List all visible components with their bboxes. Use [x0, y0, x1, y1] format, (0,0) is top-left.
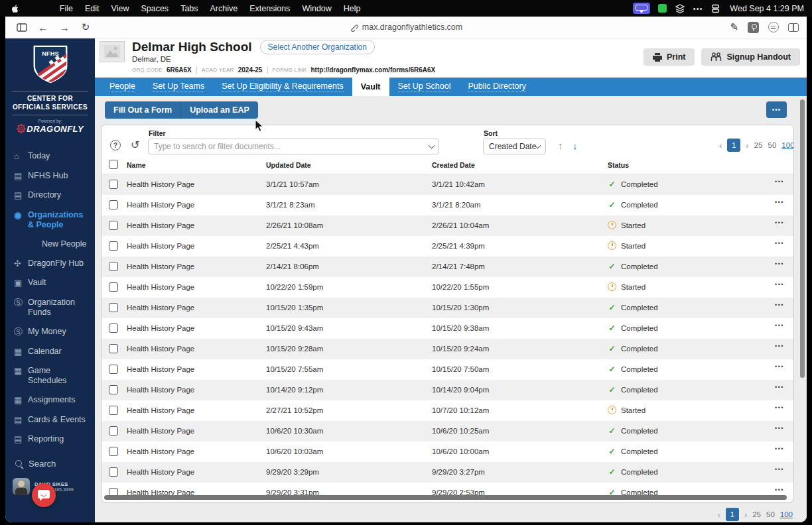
org-tab[interactable]: Vault — [352, 78, 389, 96]
row-checkbox[interactable] — [109, 241, 118, 251]
status-green-icon[interactable] — [658, 4, 667, 13]
menu-help[interactable]: Help — [338, 4, 367, 13]
current-page-button[interactable]: 1 — [726, 508, 739, 521]
table-row[interactable]: Health History Page 9/29/20 3:29pm 9/29/… — [102, 462, 793, 483]
sort-ascending-icon[interactable]: ↑ — [558, 140, 563, 151]
sidebar-item-search[interactable]: Search — [5, 452, 95, 474]
menu-file[interactable]: File — [54, 4, 79, 13]
sidebar-item[interactable]: ▤ Reporting — [5, 430, 95, 449]
sort-select[interactable]: Created Date — [483, 139, 546, 154]
stack-icon[interactable] — [710, 3, 720, 14]
menu-app-name[interactable]: Arc — [28, 0, 54, 251]
menu-edit[interactable]: Edit — [79, 4, 105, 13]
table-row[interactable]: Health History Page 10/6/20 10:03am 10/6… — [102, 441, 793, 462]
page-size-100[interactable]: 100 — [780, 510, 793, 518]
vertical-scrollbar[interactable] — [800, 99, 805, 378]
help-icon[interactable]: ? — [110, 140, 121, 150]
row-menu-icon[interactable]: ••• — [775, 425, 784, 432]
password-manager-icon[interactable] — [748, 22, 759, 33]
chat-widget-button[interactable] — [32, 483, 56, 507]
fill-out-form-button[interactable]: Fill Out a Form — [105, 101, 181, 119]
table-row[interactable]: Health History Page 2/26/21 10:08am 2/26… — [102, 215, 793, 236]
row-checkbox[interactable] — [109, 262, 118, 271]
row-menu-icon[interactable]: ••• — [775, 219, 784, 226]
sidebar-item[interactable]: ✣ DragonFly Hub — [5, 254, 95, 274]
select-all-checkbox[interactable] — [109, 160, 118, 169]
row-checkbox[interactable] — [109, 447, 118, 456]
forward-icon[interactable]: → — [56, 20, 73, 34]
page-size-25[interactable]: 25 — [752, 510, 761, 518]
print-button[interactable]: Print — [643, 48, 695, 66]
row-checkbox[interactable] — [109, 365, 118, 374]
row-menu-icon[interactable]: ••• — [775, 343, 784, 349]
org-tab[interactable]: Set Up School — [389, 78, 460, 96]
table-row[interactable]: Health History Page 2/14/21 8:06pm 2/14/… — [102, 257, 793, 277]
table-row[interactable]: Health History Page 10/15/20 9:43am 10/1… — [102, 318, 793, 339]
org-tab[interactable]: Set Up Eligibility & Requirements — [213, 78, 352, 96]
apple-menu-icon[interactable] — [11, 4, 20, 13]
row-menu-icon[interactable]: ••• — [775, 199, 784, 205]
row-checkbox[interactable] — [109, 467, 118, 477]
row-menu-icon[interactable]: ••• — [775, 445, 784, 452]
row-menu-icon[interactable]: ••• — [775, 363, 784, 370]
row-menu-icon[interactable]: ••• — [775, 178, 784, 185]
row-menu-icon[interactable]: ••• — [775, 466, 784, 473]
sort-descending-icon[interactable]: ↓ — [573, 140, 578, 151]
row-menu-icon[interactable]: ••• — [775, 261, 784, 267]
screen-mirroring-icon[interactable] — [633, 3, 650, 14]
pen-icon[interactable]: ✎ — [730, 21, 738, 33]
table-row[interactable]: Health History Page 2/25/21 4:43pm 2/25/… — [102, 236, 793, 257]
menu-view[interactable]: View — [105, 4, 135, 13]
row-menu-icon[interactable]: ••• — [775, 322, 784, 329]
current-page-button[interactable]: 1 — [727, 139, 740, 152]
row-checkbox[interactable] — [109, 221, 118, 230]
signup-handout-button[interactable]: Signup Handout — [701, 48, 800, 66]
table-row[interactable]: Health History Page 3/1/21 10:57am 3/1/2… — [102, 174, 793, 195]
split-view-icon[interactable] — [788, 23, 799, 32]
menu-bar-clock[interactable]: Wed Sep 4 1:29 PM — [730, 4, 804, 13]
row-checkbox[interactable] — [109, 323, 118, 333]
reload-icon[interactable]: ↻ — [77, 20, 94, 34]
prev-page-icon[interactable]: ‹ — [719, 141, 722, 150]
table-row[interactable]: Health History Page 10/14/20 9:12pm 10/1… — [102, 380, 793, 400]
extension-icon[interactable] — [768, 22, 779, 32]
row-checkbox[interactable] — [109, 426, 118, 436]
row-menu-icon[interactable]: ••• — [775, 240, 784, 247]
table-row[interactable]: Health History Page 10/15/20 9:28am 10/1… — [102, 339, 793, 359]
menu-window[interactable]: Window — [296, 4, 337, 13]
history-icon[interactable]: ↺ — [131, 139, 139, 151]
row-checkbox[interactable] — [109, 385, 118, 394]
row-menu-icon[interactable]: ••• — [775, 404, 784, 411]
row-checkbox[interactable] — [109, 282, 118, 292]
page-size-25[interactable]: 25 — [754, 141, 763, 149]
select-another-organization-button[interactable]: Select Another Organization — [260, 40, 375, 54]
row-menu-icon[interactable]: ••• — [775, 281, 784, 288]
menu-tabs[interactable]: Tabs — [174, 4, 204, 13]
horizontal-scrollbar[interactable] — [104, 495, 787, 500]
page-size-100[interactable]: 100 — [781, 141, 794, 149]
next-page-icon[interactable]: › — [744, 510, 747, 520]
table-row[interactable]: Health History Page 10/22/20 1:59pm 10/2… — [102, 277, 793, 298]
address-bar[interactable]: max.dragonflyathletics.com — [350, 23, 462, 32]
page-size-50[interactable]: 50 — [766, 510, 775, 518]
table-row[interactable]: Health History Page 10/15/20 7:55am 10/1… — [102, 359, 793, 380]
menu-spaces[interactable]: Spaces — [135, 4, 174, 13]
page-size-50[interactable]: 50 — [768, 141, 776, 149]
prev-page-icon[interactable]: ‹ — [718, 510, 720, 520]
sidebar-item[interactable]: Ⓢ Organization Funds — [5, 293, 95, 322]
menu-extensions[interactable]: Extensions — [243, 4, 296, 13]
org-tab[interactable]: Set Up Teams — [144, 78, 213, 96]
row-checkbox[interactable] — [109, 344, 118, 353]
org-tab[interactable]: Public Directory — [459, 78, 535, 96]
row-checkbox[interactable] — [109, 180, 118, 189]
row-checkbox[interactable] — [109, 406, 118, 415]
vault-more-button[interactable]: ••• — [766, 101, 787, 118]
sidebar-item[interactable]: ▦ Game Schedules — [5, 361, 95, 390]
upload-eap-button[interactable]: Upload an EAP — [181, 101, 258, 119]
sidebar-item[interactable]: Ⓢ My Money — [5, 322, 95, 342]
document-filter-input[interactable] — [148, 139, 439, 154]
more-menu-icon[interactable]: ••• — [693, 3, 703, 14]
table-row[interactable]: Health History Page 10/15/20 1:35pm 10/1… — [102, 298, 793, 318]
row-menu-icon[interactable]: ••• — [775, 302, 784, 308]
sidebar-item[interactable]: ▤ Cards & Events — [5, 410, 95, 430]
